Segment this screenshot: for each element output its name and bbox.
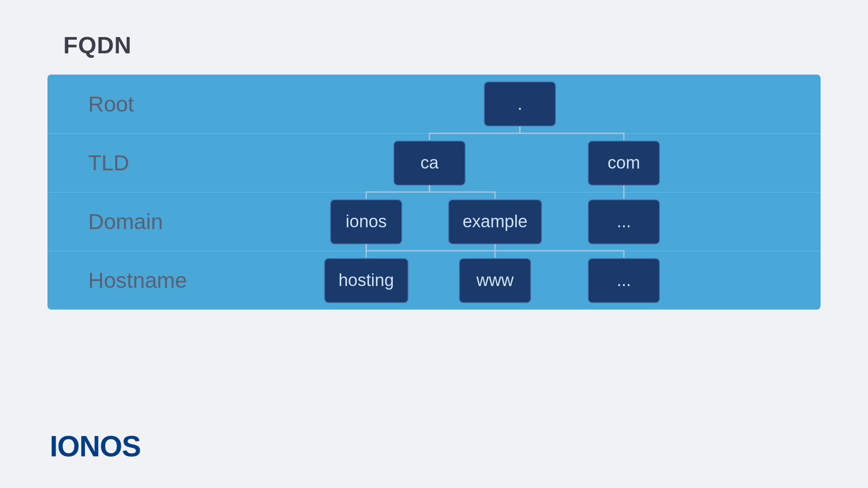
row-root-label: Root	[47, 92, 219, 117]
diagram-container: Root . TLD ca com Domain ionos example	[47, 75, 821, 310]
node-domain-dots: ...	[588, 199, 660, 244]
row-root: Root .	[47, 75, 821, 133]
node-dot: .	[484, 81, 556, 127]
row-domain: Domain ionos example ...	[47, 192, 821, 251]
node-hostname-dots: ...	[588, 258, 660, 303]
node-com: com	[588, 141, 660, 186]
node-www: www	[459, 258, 531, 303]
node-ca: ca	[393, 141, 466, 186]
row-hostname-label: Hostname	[47, 268, 219, 293]
row-domain-label: Domain	[47, 209, 219, 234]
row-tld: TLD ca com	[47, 133, 821, 192]
node-ionos: ionos	[330, 199, 402, 244]
row-tld-nodes: ca com	[219, 134, 821, 192]
row-root-nodes: .	[219, 75, 821, 133]
row-tld-label: TLD	[47, 150, 219, 175]
ionos-logo-text: IONOS	[50, 430, 141, 463]
row-domain-nodes: ionos example ...	[219, 192, 821, 251]
page-title: FQDN	[63, 32, 132, 59]
ionos-logo: IONOS	[50, 430, 141, 463]
row-hostname: Hostname hosting www ...	[47, 251, 821, 310]
node-example: example	[448, 199, 542, 244]
row-hostname-nodes: hosting www ...	[219, 251, 821, 310]
node-hosting: hosting	[324, 258, 409, 303]
